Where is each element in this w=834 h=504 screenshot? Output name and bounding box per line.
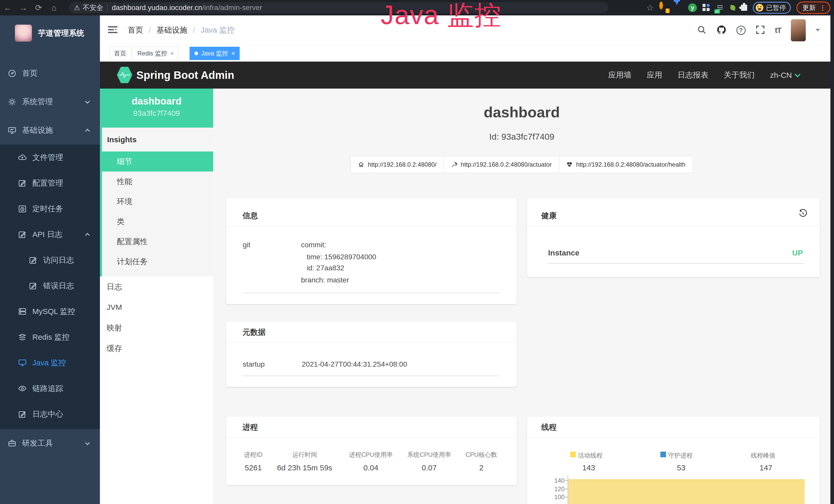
update-button[interactable]: 更新 ⋮ xyxy=(796,2,830,14)
sidebar-item-redis[interactable]: Redis 监控 xyxy=(0,324,100,350)
tag-redis[interactable]: Redis 监控 × xyxy=(133,47,179,60)
menu-item-details[interactable]: 细节 xyxy=(100,152,213,171)
git-id-line: id: 27aa832 xyxy=(307,264,344,272)
tag-home[interactable]: 首页 xyxy=(109,47,131,60)
sba-nav-wallboard[interactable]: 应用墙 xyxy=(608,70,631,81)
sidebar-item-home[interactable]: 首页 xyxy=(0,59,100,88)
health-card-title: 健康 xyxy=(541,210,556,221)
breadcrumb-infra[interactable]: 基础设施 xyxy=(156,25,187,36)
sidebar-item-access-log[interactable]: 访问日志 xyxy=(0,247,100,273)
browser-home-icon[interactable]: ⌂ xyxy=(46,3,62,13)
not-secure-label[interactable]: 不安全 xyxy=(83,3,103,12)
threads-card: 线程 活动线程 守护进程 线程峰值 143 53 147 140 120 100 xyxy=(527,416,820,504)
menu-item-label: 类 xyxy=(117,216,125,227)
address-bar[interactable]: ⚠ 不安全 dashboard.yudao.iocoder.cn/infra/a… xyxy=(69,2,608,13)
health-url-button[interactable]: http://192.168.0.2:48080/actuator/health xyxy=(559,156,693,173)
page-title: dashboard xyxy=(213,104,830,121)
sidebar-item-tracing[interactable]: 链路追踪 xyxy=(0,375,100,401)
app-logo[interactable]: 芋道管理系统 xyxy=(0,19,100,47)
sidebar-item-devtools[interactable]: 研发工具 xyxy=(0,429,100,457)
extensions-puzzle-icon[interactable] xyxy=(741,5,747,11)
not-secure-warning-icon: ⚠ xyxy=(74,4,80,12)
y-tick-100: 100 xyxy=(549,494,565,501)
legend-swatch-live xyxy=(570,452,576,457)
menu-item-classes[interactable]: 类 xyxy=(102,211,213,232)
heartbeat-icon xyxy=(566,161,572,168)
help-icon[interactable]: ? xyxy=(737,26,746,35)
extension-colorpicker-icon[interactable]: 1 xyxy=(659,3,668,12)
browser-menu-icon[interactable]: ⋮ xyxy=(819,4,826,12)
history-icon[interactable] xyxy=(798,209,808,219)
close-icon[interactable]: × xyxy=(231,50,235,57)
menu-item-scheduledtasks[interactable]: 计划任务 xyxy=(102,252,213,272)
menu-item-logfile[interactable]: 日志 xyxy=(100,276,213,297)
browser-reload-icon[interactable]: ⟳ xyxy=(31,3,46,13)
sidebar-item-infra[interactable]: 基础设施 xyxy=(0,116,100,144)
emoji-face-icon xyxy=(756,4,763,12)
legend-label-daemon: 守护进程 xyxy=(668,451,693,460)
window-scrollbar[interactable] xyxy=(830,16,834,504)
axis-tick xyxy=(565,480,568,481)
sidebar-collapse-icon[interactable] xyxy=(108,25,118,35)
bookmark-star-icon[interactable]: ☆ xyxy=(646,3,654,13)
sidebar-item-files[interactable]: 文件管理 xyxy=(0,144,100,170)
tag-java-active[interactable]: Java 监控 × xyxy=(190,47,240,60)
sidebar-item-error-log[interactable]: 错误日志 xyxy=(0,273,100,299)
menu-item-jvm[interactable]: JVM xyxy=(100,297,213,318)
git-branch-line: branch: master xyxy=(301,276,349,284)
sidebar-item-label: 错误日志 xyxy=(43,281,74,291)
sidebar-item-java-monitor[interactable]: Java 监控 xyxy=(0,350,100,375)
tag-label: Redis 监控 xyxy=(137,49,167,58)
url-domain: dashboard.yudao.iocoder.cn xyxy=(112,4,202,12)
sba-nav-journal[interactable]: 日志报表 xyxy=(678,70,708,81)
github-icon[interactable] xyxy=(716,25,727,36)
row-divider xyxy=(243,375,500,376)
wrench-icon xyxy=(451,161,457,168)
sidebar-item-log-center[interactable]: 日志中心 xyxy=(0,401,100,427)
browser-back-icon[interactable]: ← xyxy=(0,3,16,13)
sidebar-item-config[interactable]: 配置管理 xyxy=(0,170,100,196)
on-badge: on xyxy=(714,9,720,14)
language-label: zh-CN xyxy=(770,71,792,79)
language-selector[interactable]: zh-CN xyxy=(770,71,799,79)
sidebar-item-label: 首页 xyxy=(22,68,38,78)
user-avatar[interactable] xyxy=(791,19,806,41)
git-time-line: time: 1596289704000 xyxy=(307,253,376,261)
close-icon[interactable]: × xyxy=(170,50,174,57)
menu-item-caches[interactable]: 缓存 xyxy=(100,338,213,359)
actuator-url-button[interactable]: http://192.168.0.2:48080/actuator xyxy=(444,156,559,173)
sba-brand-title[interactable]: Spring Boot Admin xyxy=(136,62,234,89)
insights-section-label[interactable]: Insights xyxy=(102,128,213,152)
sba-nav-about[interactable]: 关于我们 xyxy=(724,70,755,81)
menu-item-environment[interactable]: 环境 xyxy=(102,191,213,211)
instance-id-line: Id: 93a3fc7f7409 xyxy=(213,132,830,142)
avatar-caret-icon[interactable] xyxy=(815,29,820,31)
sidebar-item-system[interactable]: 系统管理 xyxy=(0,88,100,116)
browser-forward-icon[interactable]: → xyxy=(16,3,31,13)
menu-item-label: 配置属性 xyxy=(117,236,148,247)
service-url-button[interactable]: http://192.168.0.2:48080/ xyxy=(351,156,444,173)
health-status-badge: UP xyxy=(792,249,803,257)
breadcrumb-home[interactable]: 首页 xyxy=(128,25,143,36)
paused-chip[interactable]: 已暂停 xyxy=(753,2,791,14)
extension-y-icon[interactable]: y xyxy=(688,3,697,12)
active-dot xyxy=(194,52,198,55)
instance-header[interactable]: dashboard 93a3fc7f7409 xyxy=(100,89,213,128)
sidebar-item-mysql[interactable]: MySQL 监控 xyxy=(0,299,100,324)
instance-links: http://192.168.0.2:48080/ http://192.168… xyxy=(213,156,830,173)
search-icon[interactable] xyxy=(697,25,707,36)
sidebar-item-api-log[interactable]: API 日志 xyxy=(0,222,100,247)
extension-pin-icon[interactable] xyxy=(674,5,682,14)
menu-item-mappings[interactable]: 映射 xyxy=(100,318,213,338)
extension-switch-icon[interactable]: on xyxy=(716,3,725,12)
sba-logo-icon[interactable] xyxy=(117,67,132,84)
extension-leaf-icon[interactable] xyxy=(730,5,736,10)
extension-badge: 1 xyxy=(665,8,670,13)
sba-nav-applications[interactable]: 应用 xyxy=(647,70,662,81)
sidebar-item-jobs[interactable]: 定时任务 xyxy=(0,196,100,222)
menu-item-configprops[interactable]: 配置属性 xyxy=(102,232,213,252)
fullscreen-icon[interactable] xyxy=(755,25,765,36)
menu-item-metrics[interactable]: 性能 xyxy=(102,171,213,191)
font-size-icon[interactable]: tT xyxy=(775,26,781,35)
extension-grid-icon[interactable] xyxy=(702,4,710,12)
